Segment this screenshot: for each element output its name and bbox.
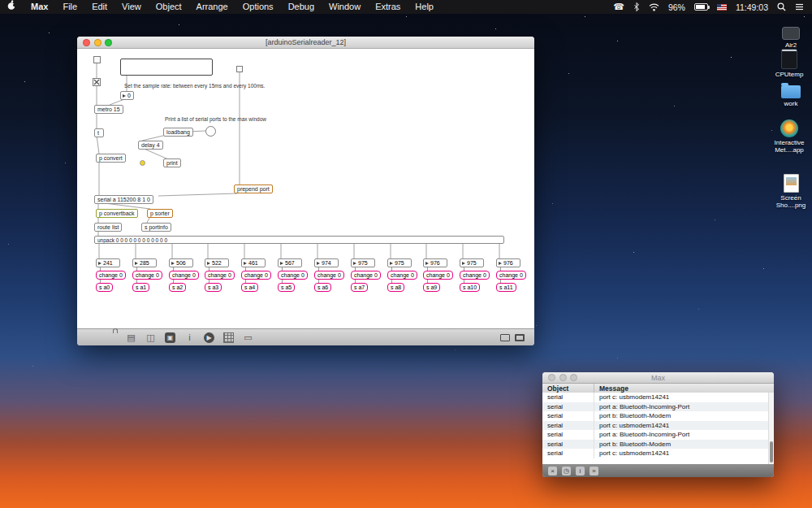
us-flag-icon[interactable] — [717, 4, 727, 11]
spotlight-icon[interactable] — [777, 2, 786, 11]
app-menu-max[interactable]: Max — [24, 0, 55, 14]
change-object[interactable]: change 0 — [169, 271, 199, 280]
number-box[interactable]: 974 — [314, 258, 339, 267]
p-convert-object[interactable]: p convert — [96, 154, 126, 163]
menu-options[interactable]: Options — [235, 0, 281, 14]
minimize-button[interactable] — [559, 374, 567, 381]
battery-icon[interactable] — [694, 3, 708, 11]
delay-object[interactable]: delay 4 — [138, 141, 163, 150]
number-box[interactable]: 975 — [387, 258, 412, 267]
close-button[interactable] — [83, 39, 90, 46]
console-titlebar[interactable]: Max — [542, 372, 774, 384]
menu-clock[interactable]: 11:49:03 — [736, 2, 768, 12]
console-row[interactable]: serialport b: Bluetooth-Modem — [542, 411, 769, 421]
s-portinfo-object[interactable]: s portinfo — [141, 223, 171, 232]
change-object[interactable]: change 0 — [460, 271, 490, 280]
led-indicator[interactable] — [140, 160, 145, 166]
p-sorter-object[interactable]: p sorter — [147, 209, 173, 218]
change-object[interactable]: change 0 — [241, 271, 271, 280]
send-object[interactable]: s a8 — [387, 283, 404, 292]
toggle-object[interactable] — [93, 78, 101, 86]
button-object-small[interactable] — [236, 66, 243, 72]
textbox-object[interactable] — [120, 59, 213, 76]
change-object[interactable]: change 0 — [314, 271, 344, 280]
metro-object[interactable]: metro 15 — [94, 105, 123, 114]
minimize-button[interactable] — [94, 39, 102, 46]
column-message[interactable]: Message — [594, 384, 774, 393]
menu-arrange[interactable]: Arrange — [189, 0, 235, 14]
print-object[interactable]: print — [163, 158, 181, 167]
menu-object[interactable]: Object — [149, 0, 189, 14]
trigger-object[interactable]: t — [94, 128, 104, 137]
number-box[interactable]: 506 — [169, 258, 193, 267]
info-icon[interactable]: i — [576, 467, 585, 475]
menu-help[interactable]: Help — [408, 0, 441, 14]
send-object[interactable]: s a9 — [423, 283, 440, 292]
number-box[interactable]: 976 — [423, 258, 447, 267]
route-list-object[interactable]: route list — [94, 223, 122, 232]
actions-icon[interactable]: » — [590, 467, 598, 475]
button-object[interactable] — [93, 56, 101, 63]
menu-window[interactable]: Window — [322, 0, 368, 14]
desktop-icon-cputemp[interactable]: CPUtemp — [767, 49, 812, 78]
menu-edit[interactable]: Edit — [84, 0, 114, 14]
number-box[interactable]: 241 — [96, 258, 120, 267]
send-object[interactable]: s a4 — [241, 283, 258, 292]
number-box[interactable]: 461 — [241, 258, 266, 267]
serial-object[interactable]: serial a 115200 8 1 0 — [94, 195, 153, 204]
send-object[interactable]: s a1 — [132, 283, 149, 292]
number-box[interactable]: 976 — [496, 258, 520, 267]
inspector-icon[interactable]: i — [184, 332, 195, 343]
console-row[interactable]: serialport c: usbmodem14241 — [542, 421, 769, 431]
bluetooth-icon[interactable] — [633, 2, 640, 11]
zoom-icon[interactable]: ▤ — [126, 332, 136, 343]
send-object[interactable]: s a6 — [314, 283, 331, 292]
console-scrollbar[interactable] — [768, 393, 774, 464]
wifi-icon[interactable] — [649, 3, 659, 11]
notification-center-icon[interactable] — [795, 3, 804, 11]
change-object[interactable]: change 0 — [423, 271, 453, 280]
phone-icon[interactable]: ☎ — [613, 2, 624, 12]
send-object[interactable]: s a5 — [278, 283, 295, 292]
clear-icon[interactable]: × — [548, 467, 557, 475]
send-object[interactable]: s a7 — [351, 283, 368, 292]
desktop-icon-interactive-app[interactable]: Interactive Met....app — [767, 119, 812, 154]
change-object[interactable]: change 0 — [132, 271, 162, 280]
picture-icon[interactable]: ▣ — [165, 332, 175, 343]
console-row[interactable]: serialport c: usbmodem14241 — [542, 393, 769, 402]
number-box[interactable]: 975 — [351, 258, 375, 267]
number-box[interactable]: 522 — [205, 258, 229, 267]
bang-button[interactable] — [205, 126, 216, 137]
change-object[interactable]: change 0 — [96, 271, 126, 280]
prepend-port-message[interactable]: prepend port — [234, 185, 273, 193]
patcher-titlebar[interactable]: [arduinoSerialreader_12] — [77, 37, 534, 49]
change-object[interactable]: change 0 — [278, 271, 308, 280]
send-object[interactable]: s a11 — [496, 283, 516, 292]
send-object[interactable]: s a2 — [169, 283, 186, 292]
menu-view[interactable]: View — [114, 0, 149, 14]
new-view-icon[interactable]: ▭ — [243, 332, 253, 343]
clock-icon[interactable]: ◷ — [562, 467, 571, 475]
menu-extras[interactable]: Extras — [368, 0, 408, 14]
console-row[interactable]: serialport a: Bluetooth-Incoming-Port — [542, 402, 769, 412]
desktop-icon-work[interactable]: work — [768, 85, 812, 107]
number-box-init[interactable]: 0 — [120, 91, 134, 100]
presentation-icon[interactable]: ◫ — [145, 332, 156, 343]
zoom-button[interactable] — [105, 39, 112, 46]
number-box[interactable]: 975 — [460, 258, 484, 267]
menu-file[interactable]: File — [55, 0, 84, 14]
console-row[interactable]: serialport c: usbmodem14241 — [542, 449, 769, 458]
lock-icon[interactable] — [106, 332, 117, 343]
menu-debug[interactable]: Debug — [281, 0, 322, 14]
scrollbar-thumb[interactable] — [770, 441, 773, 462]
send-object[interactable]: s a10 — [460, 283, 480, 292]
p-convertback-object[interactable]: p convertback — [96, 209, 138, 218]
send-object[interactable]: s a0 — [96, 283, 113, 292]
presentation-view-icon[interactable] — [515, 334, 525, 341]
number-box[interactable]: 285 — [132, 258, 157, 267]
action-icon[interactable]: ▶ — [204, 332, 214, 343]
close-button[interactable] — [548, 374, 555, 381]
patching-view-icon[interactable] — [500, 334, 510, 341]
grid-icon[interactable] — [223, 332, 234, 343]
zoom-button[interactable] — [570, 374, 577, 381]
